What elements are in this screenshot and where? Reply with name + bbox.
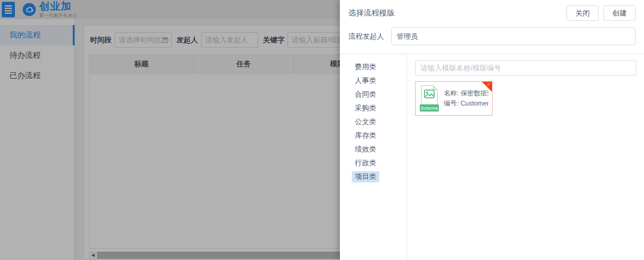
category-item-procurement[interactable]: 采购类 xyxy=(340,101,407,115)
category-item-hr[interactable]: 人事类 xyxy=(340,74,407,88)
drawer-title: 选择流程模版 xyxy=(348,8,562,18)
initiator-row: 流程发起人 xyxy=(340,26,644,54)
check-icon: ✓ xyxy=(487,82,491,88)
template-code-line: 编号: CustomerD... xyxy=(444,98,488,109)
close-button[interactable]: 关闭 xyxy=(566,5,599,21)
category-item-inventory[interactable]: 库存类 xyxy=(340,129,407,143)
process-initiator-input[interactable] xyxy=(391,27,636,45)
category-item-performance[interactable]: 绩效类 xyxy=(340,143,407,156)
scheme-badge-label: Scheme xyxy=(420,106,438,111)
template-drawer: 选择流程模版 关闭 创建 流程发起人 费用类 人事类 合同类 采购类 公文类 库… xyxy=(340,0,644,260)
template-card[interactable]: Scheme 名称: 保密数据查... 编号: CustomerD... ✓ xyxy=(415,81,493,116)
modal-overlay[interactable] xyxy=(0,0,340,260)
category-item-expense[interactable]: 费用类 xyxy=(340,60,407,74)
category-item-contract[interactable]: 合同类 xyxy=(340,88,407,101)
category-list: 费用类 人事类 合同类 采购类 公文类 库存类 绩效类 行政类 项目类 xyxy=(340,54,407,260)
file-template-icon: Scheme xyxy=(419,85,439,112)
process-initiator-label: 流程发起人 xyxy=(348,32,391,42)
create-button[interactable]: 创建 xyxy=(603,5,636,21)
drawer-header: 选择流程模版 关闭 创建 xyxy=(340,0,644,26)
category-item-admin[interactable]: 行政类 xyxy=(340,156,407,170)
app-window: 创业加 新一代数字化办公 我的流程 待办流程 已办流程 时间段 xyxy=(0,0,644,260)
template-pane: Scheme 名称: 保密数据查... 编号: CustomerD... ✓ xyxy=(407,54,644,260)
category-item-project[interactable]: 项目类 xyxy=(340,170,407,184)
category-item-document[interactable]: 公文类 xyxy=(340,115,407,129)
template-search-input[interactable] xyxy=(415,60,636,76)
